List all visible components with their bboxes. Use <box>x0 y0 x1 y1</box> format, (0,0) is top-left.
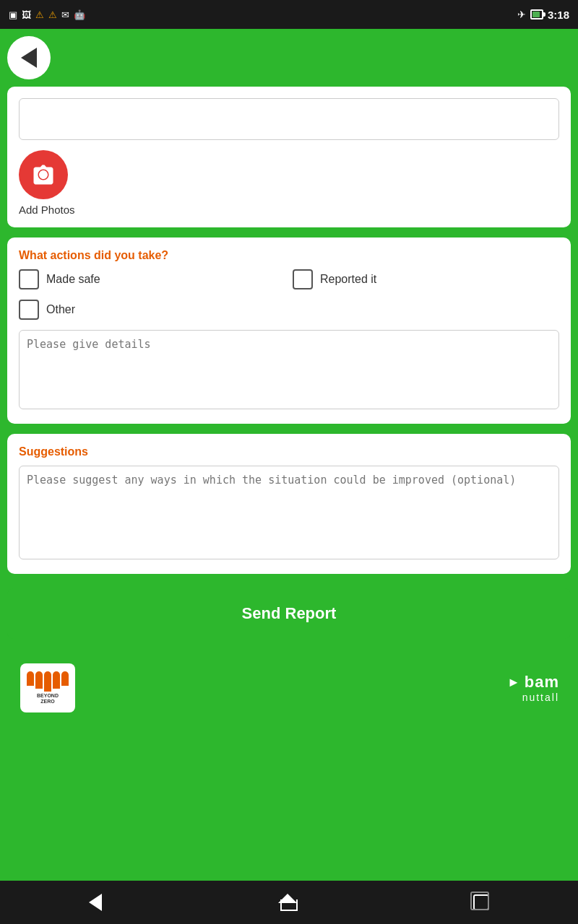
logo-figure-1 <box>27 671 34 686</box>
sim-icon: ▣ <box>9 9 17 20</box>
bam-logo-text: bam <box>525 673 559 692</box>
logo-figure-5 <box>61 671 69 686</box>
warning-icon-2: ⚠ <box>48 9 57 20</box>
status-icons-right: ✈ 3:18 <box>517 9 569 21</box>
reported-it-checkbox[interactable] <box>293 269 313 289</box>
nav-recent-button[interactable] <box>466 887 496 918</box>
battery-icon <box>530 9 543 19</box>
image-icon: 🖼 <box>22 9 31 20</box>
add-photos-label: Add Photos <box>19 204 75 216</box>
app-container: Add Photos What actions did you take? Ma… <box>0 29 578 881</box>
logo-figures <box>27 671 69 692</box>
other-checkbox-item[interactable]: Other <box>19 300 285 320</box>
bam-nuttall-logo: ► bam nuttall <box>507 673 559 703</box>
camera-icon <box>30 162 56 188</box>
email-icon: ✉ <box>61 9 69 20</box>
nav-bar <box>0 881 578 924</box>
made-safe-label: Made safe <box>46 273 100 286</box>
header-bar <box>7 36 571 79</box>
other-label: Other <box>46 303 75 316</box>
photo-text-input[interactable] <box>19 98 559 140</box>
nav-recent-icon <box>473 894 489 910</box>
footer-bar: BEYONDZERO ► bam nuttall <box>7 656 571 720</box>
send-report-button[interactable]: Send Report <box>7 588 571 639</box>
suggestions-card: Suggestions <box>7 434 571 574</box>
actions-title: What actions did you take? <box>19 249 559 262</box>
reported-it-checkbox-item[interactable]: Reported it <box>293 269 559 289</box>
logo-figure-3 <box>44 671 51 692</box>
beyond-zero-text: BEYONDZERO <box>37 693 59 705</box>
nav-home-icon <box>279 894 296 911</box>
scroll-content: Add Photos What actions did you take? Ma… <box>7 87 571 873</box>
back-arrow-icon <box>21 48 37 68</box>
status-bar: ▣ 🖼 ⚠ ⚠ ✉ 🤖 ✈ 3:18 <box>0 0 578 29</box>
airplane-icon: ✈ <box>517 9 526 20</box>
actions-card: What actions did you take? Made safe Rep… <box>7 237 571 424</box>
status-icons-left: ▣ 🖼 ⚠ ⚠ ✉ 🤖 <box>9 9 85 20</box>
nav-back-button[interactable] <box>82 886 109 918</box>
beyond-zero-logo: BEYONDZERO <box>19 663 77 712</box>
time-display: 3:18 <box>548 9 569 21</box>
bam-chevron-icon: ► <box>507 675 520 690</box>
logo-figure-2 <box>35 671 43 689</box>
android-icon: 🤖 <box>74 9 85 20</box>
details-textarea[interactable] <box>19 330 559 409</box>
camera-icon-circle <box>19 150 68 199</box>
nav-back-icon <box>89 894 102 911</box>
warning-icon-1: ⚠ <box>35 9 44 20</box>
other-checkbox[interactable] <box>19 300 39 320</box>
add-photos-button[interactable]: Add Photos <box>19 150 75 216</box>
logo-circle: BEYONDZERO <box>20 663 75 712</box>
logo-figure-4 <box>53 671 60 689</box>
nuttall-text: nuttall <box>522 692 559 703</box>
suggestions-title: Suggestions <box>19 445 559 458</box>
nav-home-button[interactable] <box>272 886 303 918</box>
made-safe-checkbox[interactable] <box>19 269 39 289</box>
reported-it-label: Reported it <box>320 273 376 286</box>
made-safe-checkbox-item[interactable]: Made safe <box>19 269 285 289</box>
back-button[interactable] <box>7 36 51 79</box>
photo-card: Add Photos <box>7 87 571 227</box>
suggestions-textarea[interactable] <box>19 466 559 559</box>
checkboxes-grid: Made safe Reported it Other <box>19 269 559 320</box>
